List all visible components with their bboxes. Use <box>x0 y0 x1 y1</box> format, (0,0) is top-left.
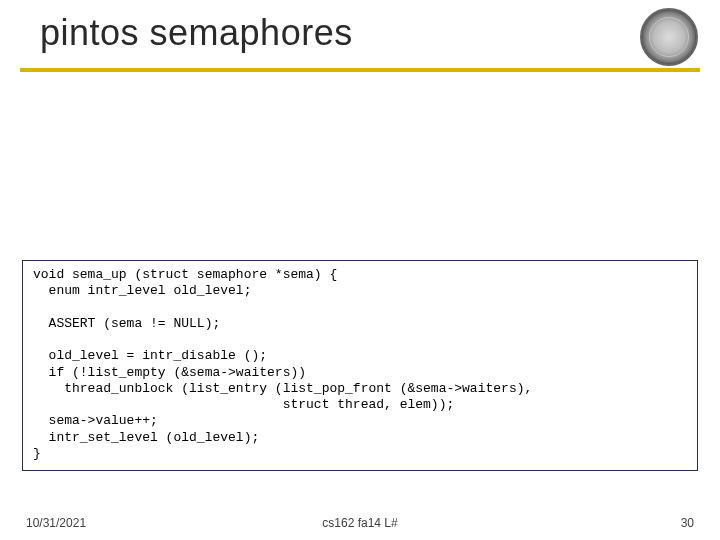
footer-page-number: 30 <box>681 516 694 530</box>
footer: 10/31/2021 cs162 fa14 L# 30 <box>0 512 720 530</box>
code-content: void sema_up (struct semaphore *sema) { … <box>33 267 687 462</box>
seal-icon <box>640 8 698 66</box>
title-underline <box>20 68 700 72</box>
code-block: void sema_up (struct semaphore *sema) { … <box>22 260 698 471</box>
footer-date: 10/31/2021 <box>26 516 86 530</box>
footer-course: cs162 fa14 L# <box>322 516 397 530</box>
slide-title: pintos semaphores <box>40 12 353 54</box>
slide: pintos semaphores void sema_up (struct s… <box>0 0 720 540</box>
